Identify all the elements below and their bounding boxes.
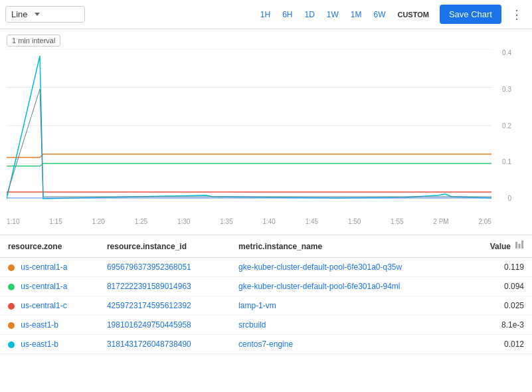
y-axis: 0.4 0.3 0.2 0.1 0: [490, 49, 511, 202]
cell-instance-id: 8172222391589014963: [99, 277, 230, 296]
instance-name-link[interactable]: gke-kuber-cluster-default-pool-6fe301a0-…: [238, 262, 402, 272]
instance-name-link[interactable]: srcbuild: [238, 320, 266, 330]
table-header-row: resource.zone resource.instance_id metri…: [0, 235, 532, 258]
cell-instance-name: gke-kuber-cluster-default-pool-6fe301a0-…: [230, 258, 466, 277]
instance-name-link[interactable]: lamp-1-vm: [238, 301, 276, 310]
chart-type-dropdown[interactable]: Line: [5, 6, 85, 23]
table-row: us-east1-b 3181431726048738490 centos7-e…: [0, 335, 532, 354]
instance-id-link[interactable]: 8172222391589014963: [107, 282, 191, 291]
series-dot: [8, 322, 15, 329]
instance-id-link[interactable]: 4259723174595612392: [107, 301, 191, 310]
y-label-0.2: 0.2: [490, 122, 511, 130]
x-label-8: 1:45: [306, 218, 318, 225]
x-label-7: 1:40: [262, 218, 275, 225]
series-dot: [8, 303, 15, 310]
time-custom-button[interactable]: CUSTOM: [392, 8, 434, 21]
toolbar: Line 1H 6H 1D 1W 1M 6W CUSTOM Save Chart…: [0, 0, 532, 29]
cell-value: 8.1e-3: [466, 316, 532, 335]
time-1m-button[interactable]: 1M: [345, 7, 367, 22]
time-6h-button[interactable]: 6H: [277, 7, 298, 22]
cell-zone: us-central1-c: [0, 296, 99, 316]
svg-rect-5: [515, 242, 517, 248]
series-dot: [8, 342, 15, 348]
time-6w-button[interactable]: 6W: [368, 7, 391, 22]
cell-instance-name: srcbuild: [230, 316, 466, 335]
series-dot: [8, 284, 15, 290]
cell-instance-id: 1981016249750445958: [99, 316, 230, 335]
zone-link[interactable]: us-central1-a: [21, 262, 67, 272]
cell-zone: us-central1-a: [0, 258, 99, 277]
interval-badge: 1 min interval: [7, 35, 60, 47]
cell-instance-name: centos7-engine: [230, 335, 466, 354]
time-1h-button[interactable]: 1H: [255, 7, 276, 22]
cell-instance-name: lamp-1-vm: [230, 296, 466, 316]
y-label-0.1: 0.1: [490, 158, 511, 165]
column-options-icon[interactable]: [515, 241, 524, 252]
col-header-instance-name: metric.instance_name: [230, 235, 466, 258]
x-label-9: 1:50: [348, 218, 361, 225]
y-label-0: 0: [490, 195, 511, 202]
col-header-value: Value: [466, 235, 532, 257]
cell-instance-id: 6956796373952368051: [99, 258, 230, 277]
x-label-4: 1:25: [135, 218, 147, 225]
y-label-0.4: 0.4: [490, 49, 511, 56]
series-dot: [8, 264, 15, 271]
zone-link[interactable]: us-central1-a: [21, 282, 67, 291]
more-options-button[interactable]: ⋮: [507, 5, 527, 25]
cell-value: 0.012: [466, 335, 532, 354]
y-label-0.3: 0.3: [490, 86, 511, 93]
cell-instance-name: gke-kuber-cluster-default-pool-6fe301a0-…: [230, 277, 466, 296]
zone-link[interactable]: us-east1-b: [21, 320, 58, 330]
x-label-6: 1:35: [220, 218, 232, 225]
cell-zone: us-central1-a: [0, 277, 99, 296]
time-range-buttons: 1H 6H 1D 1W 1M 6W CUSTOM: [255, 7, 434, 22]
time-1d-button[interactable]: 1D: [299, 7, 319, 22]
col-header-instance-id: resource.instance_id: [99, 235, 230, 258]
data-table: resource.zone resource.instance_id metri…: [0, 235, 532, 354]
instance-name-link[interactable]: gke-kuber-cluster-default-pool-6fe301a0-…: [238, 282, 400, 291]
cell-instance-id: 3181431726048738490: [99, 335, 230, 354]
cell-value: 0.025: [466, 296, 532, 316]
x-label-5: 1:30: [177, 218, 190, 225]
chart-type-label: Line: [11, 9, 28, 19]
cell-zone: us-east1-b: [0, 335, 99, 354]
table-row: us-east1-b 1981016249750445958 srcbuild …: [0, 316, 532, 335]
x-label-1: 1:10: [7, 218, 19, 225]
table-row: us-central1-a 6956796373952368051 gke-ku…: [0, 258, 532, 277]
cell-zone: us-east1-b: [0, 316, 99, 335]
chevron-down-icon: [35, 13, 40, 16]
zone-link[interactable]: us-east1-b: [21, 340, 58, 349]
x-axis: 1:10 1:15 1:20 1:25 1:30 1:35 1:40 1:45 …: [7, 218, 491, 225]
col-header-zone: resource.zone: [0, 235, 99, 258]
instance-id-link[interactable]: 3181431726048738490: [107, 340, 191, 349]
x-label-11: 2 PM: [433, 218, 448, 225]
save-chart-button[interactable]: Save Chart: [440, 5, 501, 24]
x-label-10: 1:55: [391, 218, 403, 225]
svg-rect-6: [519, 244, 521, 248]
time-1w-button[interactable]: 1W: [321, 7, 344, 22]
instance-name-link[interactable]: centos7-engine: [238, 340, 293, 349]
instance-id-link[interactable]: 1981016249750445958: [107, 320, 191, 330]
line-chart-svg: [7, 49, 491, 202]
cell-value: 0.119: [466, 258, 532, 277]
x-label-2: 1:15: [49, 218, 62, 225]
instance-id-link[interactable]: 6956796373952368051: [107, 262, 191, 272]
cell-value: 0.094: [466, 277, 532, 296]
data-table-section: resource.zone resource.instance_id metri…: [0, 235, 532, 354]
chart-wrapper: 0.4 0.3 0.2 0.1 0 1:10 1:15 1:20 1:25 1:…: [7, 49, 511, 225]
table-row: us-central1-a 8172222391589014963 gke-ku…: [0, 277, 532, 296]
chart-area: 1 min interval 0.4: [0, 29, 532, 235]
cell-instance-id: 4259723174595612392: [99, 296, 230, 316]
x-label-3: 1:20: [92, 218, 104, 225]
svg-rect-7: [521, 241, 523, 248]
x-label-12: 2:05: [478, 218, 491, 225]
table-row: us-central1-c 4259723174595612392 lamp-1…: [0, 296, 532, 316]
zone-link[interactable]: us-central1-c: [21, 301, 66, 310]
